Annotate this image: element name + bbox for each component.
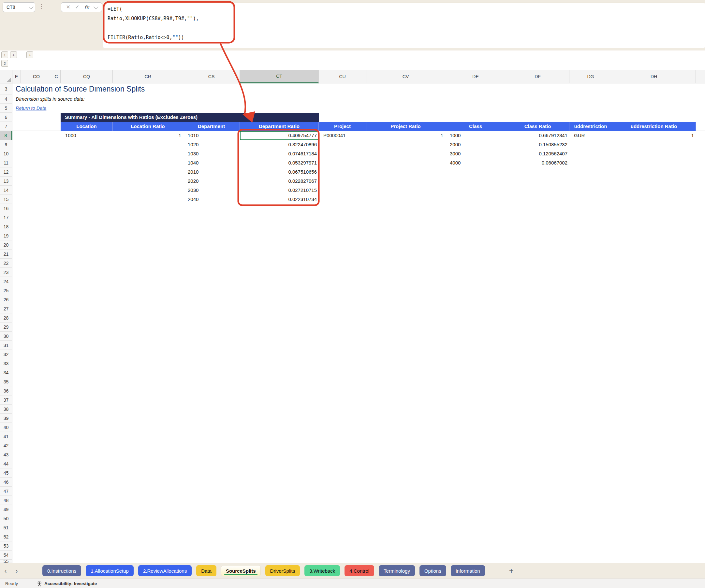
- row-header-40[interactable]: 40: [0, 423, 12, 432]
- table-cell[interactable]: 0.022827067: [240, 177, 319, 186]
- outline-button-+[interactable]: +: [27, 51, 33, 58]
- row-header-9[interactable]: 9: [0, 140, 12, 149]
- row-header-17[interactable]: 17: [0, 213, 12, 222]
- row-header-27[interactable]: 27: [0, 304, 12, 313]
- row-header-43[interactable]: 43: [0, 450, 12, 459]
- table-cell[interactable]: 0.150855232: [506, 140, 569, 149]
- row-header-18[interactable]: 18: [0, 222, 12, 231]
- row-header-42[interactable]: 42: [0, 441, 12, 450]
- table-header-location[interactable]: Location: [61, 122, 113, 131]
- tabs-scroll-left-icon[interactable]: ‹: [0, 567, 11, 575]
- column-header-CU[interactable]: CU: [319, 70, 366, 83]
- row-header-41[interactable]: 41: [0, 432, 12, 441]
- table-cell[interactable]: 0.027210715: [240, 186, 319, 195]
- table-cell[interactable]: 2000: [445, 140, 506, 149]
- row-header-37[interactable]: 37: [0, 395, 12, 405]
- table-cell[interactable]: 2010: [183, 167, 240, 177]
- sheet-tab-data[interactable]: Data: [196, 565, 217, 576]
- accessibility-check-button[interactable]: Accessibility: Investigate: [37, 581, 97, 586]
- column-header-CQ[interactable]: CQ: [61, 70, 113, 83]
- row-header-29[interactable]: 29: [0, 323, 12, 332]
- row-header-48[interactable]: 48: [0, 496, 12, 505]
- table-cell[interactable]: 0.022310734: [240, 195, 319, 204]
- sheet-tab-sourcesplits[interactable]: SourceSplits: [221, 565, 261, 576]
- row-header-53[interactable]: 53: [0, 541, 12, 550]
- outline-button-1[interactable]: 1: [1, 51, 8, 58]
- chevron-down-icon[interactable]: [29, 5, 33, 9]
- column-header-partial[interactable]: [696, 70, 705, 83]
- table-cell[interactable]: 1: [366, 131, 445, 140]
- enter-icon[interactable]: ✓: [75, 5, 79, 10]
- row-header-12[interactable]: 12: [0, 167, 12, 177]
- row-header-25[interactable]: 25: [0, 286, 12, 295]
- tabs-scroll-right-icon[interactable]: ›: [11, 567, 22, 575]
- column-header-CO[interactable]: CO: [21, 70, 52, 83]
- row-header-50[interactable]: 50: [0, 514, 12, 523]
- name-box[interactable]: CT8: [3, 2, 35, 12]
- table-header-department[interactable]: Department: [183, 122, 240, 131]
- sheet-tab-1-allocationsetup[interactable]: 1.AllocationSetup: [86, 565, 134, 576]
- row-header-35[interactable]: 35: [0, 377, 12, 386]
- row-header-6[interactable]: 6: [0, 113, 12, 122]
- row-header-34[interactable]: 34: [0, 368, 12, 377]
- outline-button-2[interactable]: 2: [1, 60, 8, 67]
- column-header-C[interactable]: C: [52, 70, 61, 83]
- cancel-icon[interactable]: ✕: [66, 5, 70, 10]
- row-header-36[interactable]: 36: [0, 386, 12, 395]
- table-cell[interactable]: 0.074617184: [240, 149, 319, 158]
- table-cell[interactable]: 2020: [183, 177, 240, 186]
- table-header-department-ratio[interactable]: Department Ratio: [240, 122, 319, 131]
- sheet-tab-options[interactable]: Options: [420, 565, 446, 576]
- table-cell[interactable]: 0.067510656: [240, 167, 319, 177]
- table-header-uddrestriction-ratio[interactable]: uddrestriction Ratio: [612, 122, 696, 131]
- row-header-10[interactable]: 10: [0, 149, 12, 158]
- sheet-tab-driversplits[interactable]: DriverSplits: [265, 565, 300, 576]
- row-header-28[interactable]: 28: [0, 313, 12, 323]
- table-cell[interactable]: 1020: [183, 140, 240, 149]
- row-header-55[interactable]: 55: [0, 560, 12, 563]
- row-header-33[interactable]: 33: [0, 359, 12, 368]
- row-header-46[interactable]: 46: [0, 478, 12, 487]
- row-header-31[interactable]: 31: [0, 341, 12, 350]
- table-header-location-ratio[interactable]: Location Ratio: [113, 122, 183, 131]
- table-header-class[interactable]: Class: [445, 122, 506, 131]
- sheet-tab-0-instructions[interactable]: 0.Instructions: [42, 565, 81, 576]
- table-cell[interactable]: 0.120562407: [506, 149, 569, 158]
- row-header-45[interactable]: 45: [0, 469, 12, 478]
- row-header-7[interactable]: 7: [0, 122, 12, 131]
- row-header-23[interactable]: 23: [0, 268, 12, 277]
- table-cell[interactable]: 2030: [183, 186, 240, 195]
- chevron-down-icon[interactable]: [94, 5, 98, 9]
- table-cell[interactable]: 0.06067002: [506, 158, 569, 167]
- table-cell[interactable]: 4000: [445, 158, 506, 167]
- table-cell[interactable]: 2040: [183, 195, 240, 204]
- row-header-44[interactable]: 44: [0, 459, 12, 469]
- column-header-DG[interactable]: DG: [569, 70, 612, 83]
- row-header-51[interactable]: 51: [0, 523, 12, 532]
- insert-function-icon[interactable]: fx: [84, 4, 89, 10]
- table-header-project[interactable]: Project: [319, 122, 366, 131]
- row-header-4[interactable]: 4: [0, 94, 12, 104]
- column-header-CR[interactable]: CR: [113, 70, 183, 83]
- row-header-5[interactable]: 5: [0, 104, 12, 113]
- table-cell[interactable]: 1: [612, 131, 696, 140]
- table-cell[interactable]: 0.667912341: [506, 131, 569, 140]
- row-header-11[interactable]: 11: [0, 158, 12, 167]
- add-sheet-button[interactable]: +: [509, 566, 514, 575]
- table-cell[interactable]: 1000: [61, 131, 113, 140]
- table-cell[interactable]: 1: [113, 131, 183, 140]
- row-header-24[interactable]: 24: [0, 277, 12, 286]
- row-header-21[interactable]: 21: [0, 250, 12, 259]
- row-header-22[interactable]: 22: [0, 259, 12, 268]
- table-cell[interactable]: 3000: [445, 149, 506, 158]
- column-header-CS[interactable]: CS: [183, 70, 240, 83]
- table-cell[interactable]: 1030: [183, 149, 240, 158]
- row-header-15[interactable]: 15: [0, 195, 12, 204]
- row-header-3[interactable]: 3: [0, 83, 12, 94]
- table-cell[interactable]: 1010: [183, 131, 240, 140]
- row-header-20[interactable]: 20: [0, 240, 12, 250]
- row-header-38[interactable]: 38: [0, 405, 12, 414]
- formula-input[interactable]: =LET(Ratio,XLOOKUP(CS8#,R9#,T9#,""),FILT…: [103, 3, 705, 48]
- select-all-corner[interactable]: [0, 70, 12, 83]
- sheet-tab-terminology[interactable]: Terminology: [379, 565, 415, 576]
